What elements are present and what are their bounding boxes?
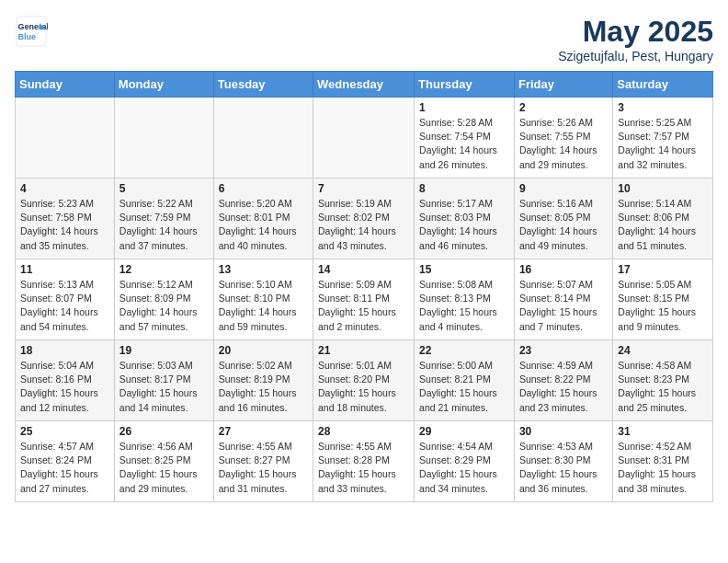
calendar-cell: 2Sunrise: 5:26 AM Sunset: 7:55 PM Daylig… bbox=[514, 98, 612, 178]
calendar-week-row: 1Sunrise: 5:28 AM Sunset: 7:54 PM Daylig… bbox=[16, 98, 713, 178]
day-info: Sunrise: 5:05 AM Sunset: 8:15 PM Dayligh… bbox=[618, 278, 708, 334]
day-info: Sunrise: 5:28 AM Sunset: 7:54 PM Dayligh… bbox=[419, 116, 509, 172]
day-info: Sunrise: 4:57 AM Sunset: 8:24 PM Dayligh… bbox=[20, 440, 109, 496]
day-info: Sunrise: 5:01 AM Sunset: 8:20 PM Dayligh… bbox=[318, 359, 409, 415]
calendar-cell: 22Sunrise: 5:00 AM Sunset: 8:21 PM Dayli… bbox=[415, 340, 515, 421]
col-header-monday: Monday bbox=[114, 72, 213, 98]
calendar-cell: 13Sunrise: 5:10 AM Sunset: 8:10 PM Dayli… bbox=[213, 259, 313, 340]
day-info: Sunrise: 5:02 AM Sunset: 8:19 PM Dayligh… bbox=[219, 359, 308, 415]
calendar-cell: 15Sunrise: 5:08 AM Sunset: 8:13 PM Dayli… bbox=[415, 259, 515, 340]
svg-text:Blue: Blue bbox=[18, 32, 37, 41]
calendar-week-row: 18Sunrise: 5:04 AM Sunset: 8:16 PM Dayli… bbox=[16, 340, 713, 421]
calendar-table: SundayMondayTuesdayWednesdayThursdayFrid… bbox=[15, 71, 713, 502]
day-info: Sunrise: 4:56 AM Sunset: 8:25 PM Dayligh… bbox=[119, 440, 209, 496]
day-number: 12 bbox=[119, 263, 209, 276]
calendar-cell: 26Sunrise: 4:56 AM Sunset: 8:25 PM Dayli… bbox=[114, 421, 213, 502]
day-number: 31 bbox=[618, 425, 708, 438]
day-number: 15 bbox=[419, 263, 509, 276]
calendar-cell: 5Sunrise: 5:22 AM Sunset: 7:59 PM Daylig… bbox=[114, 178, 213, 259]
day-info: Sunrise: 5:10 AM Sunset: 8:10 PM Dayligh… bbox=[219, 278, 308, 334]
calendar-cell: 20Sunrise: 5:02 AM Sunset: 8:19 PM Dayli… bbox=[213, 340, 313, 421]
day-info: Sunrise: 4:55 AM Sunset: 8:27 PM Dayligh… bbox=[219, 440, 308, 496]
col-header-saturday: Saturday bbox=[613, 72, 713, 98]
calendar-week-row: 11Sunrise: 5:13 AM Sunset: 8:07 PM Dayli… bbox=[16, 259, 713, 340]
calendar-cell: 21Sunrise: 5:01 AM Sunset: 8:20 PM Dayli… bbox=[313, 340, 415, 421]
day-info: Sunrise: 5:16 AM Sunset: 8:05 PM Dayligh… bbox=[519, 197, 608, 253]
day-number: 23 bbox=[519, 344, 608, 357]
day-number: 28 bbox=[318, 425, 409, 438]
day-number: 26 bbox=[119, 425, 209, 438]
calendar-cell bbox=[313, 98, 415, 178]
day-info: Sunrise: 4:55 AM Sunset: 8:28 PM Dayligh… bbox=[318, 440, 409, 496]
day-number: 19 bbox=[119, 344, 209, 357]
day-number: 5 bbox=[119, 182, 209, 195]
day-number: 7 bbox=[318, 182, 409, 195]
day-info: Sunrise: 5:08 AM Sunset: 8:13 PM Dayligh… bbox=[419, 278, 509, 334]
day-number: 18 bbox=[20, 344, 109, 357]
calendar-cell: 16Sunrise: 5:07 AM Sunset: 8:14 PM Dayli… bbox=[514, 259, 612, 340]
calendar-cell: 18Sunrise: 5:04 AM Sunset: 8:16 PM Dayli… bbox=[16, 340, 115, 421]
calendar-cell: 7Sunrise: 5:19 AM Sunset: 8:02 PM Daylig… bbox=[313, 178, 415, 259]
calendar-cell: 25Sunrise: 4:57 AM Sunset: 8:24 PM Dayli… bbox=[16, 421, 115, 502]
calendar-cell bbox=[114, 98, 213, 178]
month-title: May 2025 bbox=[558, 15, 713, 49]
day-info: Sunrise: 5:03 AM Sunset: 8:17 PM Dayligh… bbox=[119, 359, 209, 415]
day-info: Sunrise: 4:59 AM Sunset: 8:22 PM Dayligh… bbox=[519, 359, 608, 415]
calendar-cell: 17Sunrise: 5:05 AM Sunset: 8:15 PM Dayli… bbox=[613, 259, 713, 340]
calendar-cell bbox=[213, 98, 313, 178]
calendar-cell: 8Sunrise: 5:17 AM Sunset: 8:03 PM Daylig… bbox=[415, 178, 515, 259]
calendar-cell: 14Sunrise: 5:09 AM Sunset: 8:11 PM Dayli… bbox=[313, 259, 415, 340]
day-info: Sunrise: 5:20 AM Sunset: 8:01 PM Dayligh… bbox=[219, 197, 308, 253]
calendar-cell: 24Sunrise: 4:58 AM Sunset: 8:23 PM Dayli… bbox=[613, 340, 713, 421]
calendar-cell: 19Sunrise: 5:03 AM Sunset: 8:17 PM Dayli… bbox=[114, 340, 213, 421]
calendar-cell: 6Sunrise: 5:20 AM Sunset: 8:01 PM Daylig… bbox=[213, 178, 313, 259]
day-info: Sunrise: 5:04 AM Sunset: 8:16 PM Dayligh… bbox=[20, 359, 109, 415]
day-info: Sunrise: 5:22 AM Sunset: 7:59 PM Dayligh… bbox=[119, 197, 209, 253]
calendar-cell bbox=[16, 98, 115, 178]
calendar-header-row: SundayMondayTuesdayWednesdayThursdayFrid… bbox=[16, 72, 713, 98]
day-number: 22 bbox=[419, 344, 509, 357]
day-info: Sunrise: 5:14 AM Sunset: 8:06 PM Dayligh… bbox=[618, 197, 708, 253]
day-info: Sunrise: 5:25 AM Sunset: 7:57 PM Dayligh… bbox=[618, 116, 708, 172]
day-info: Sunrise: 5:19 AM Sunset: 8:02 PM Dayligh… bbox=[318, 197, 409, 253]
day-number: 20 bbox=[219, 344, 308, 357]
calendar-cell: 1Sunrise: 5:28 AM Sunset: 7:54 PM Daylig… bbox=[415, 98, 515, 178]
calendar-cell: 28Sunrise: 4:55 AM Sunset: 8:28 PM Dayli… bbox=[313, 421, 415, 502]
logo: General Blue bbox=[15, 15, 48, 48]
day-number: 4 bbox=[20, 182, 109, 195]
calendar-cell: 4Sunrise: 5:23 AM Sunset: 7:58 PM Daylig… bbox=[16, 178, 115, 259]
day-number: 13 bbox=[219, 263, 308, 276]
day-info: Sunrise: 5:09 AM Sunset: 8:11 PM Dayligh… bbox=[318, 278, 409, 334]
day-number: 10 bbox=[618, 182, 708, 195]
day-info: Sunrise: 4:52 AM Sunset: 8:31 PM Dayligh… bbox=[618, 440, 708, 496]
day-number: 29 bbox=[419, 425, 509, 438]
col-header-thursday: Thursday bbox=[415, 72, 515, 98]
col-header-tuesday: Tuesday bbox=[213, 72, 313, 98]
day-number: 30 bbox=[519, 425, 608, 438]
day-info: Sunrise: 5:13 AM Sunset: 8:07 PM Dayligh… bbox=[20, 278, 109, 334]
day-number: 24 bbox=[618, 344, 708, 357]
day-info: Sunrise: 5:26 AM Sunset: 7:55 PM Dayligh… bbox=[519, 116, 608, 172]
title-block: May 2025 Szigetujfalu, Pest, Hungary bbox=[558, 15, 713, 63]
day-number: 6 bbox=[219, 182, 308, 195]
day-number: 14 bbox=[318, 263, 409, 276]
page-header: General Blue May 2025 Szigetujfalu, Pest… bbox=[15, 15, 713, 63]
calendar-cell: 27Sunrise: 4:55 AM Sunset: 8:27 PM Dayli… bbox=[213, 421, 313, 502]
calendar-cell: 23Sunrise: 4:59 AM Sunset: 8:22 PM Dayli… bbox=[514, 340, 612, 421]
location: Szigetujfalu, Pest, Hungary bbox=[558, 49, 713, 63]
col-header-friday: Friday bbox=[514, 72, 612, 98]
calendar-cell: 3Sunrise: 5:25 AM Sunset: 7:57 PM Daylig… bbox=[613, 98, 713, 178]
calendar-cell: 10Sunrise: 5:14 AM Sunset: 8:06 PM Dayli… bbox=[613, 178, 713, 259]
day-info: Sunrise: 5:17 AM Sunset: 8:03 PM Dayligh… bbox=[419, 197, 509, 253]
calendar-cell: 9Sunrise: 5:16 AM Sunset: 8:05 PM Daylig… bbox=[514, 178, 612, 259]
day-number: 1 bbox=[419, 101, 509, 114]
day-number: 3 bbox=[618, 101, 708, 114]
day-info: Sunrise: 5:12 AM Sunset: 8:09 PM Dayligh… bbox=[119, 278, 209, 334]
day-info: Sunrise: 5:00 AM Sunset: 8:21 PM Dayligh… bbox=[419, 359, 509, 415]
day-number: 17 bbox=[618, 263, 708, 276]
day-number: 16 bbox=[519, 263, 608, 276]
day-info: Sunrise: 4:53 AM Sunset: 8:30 PM Dayligh… bbox=[519, 440, 608, 496]
col-header-sunday: Sunday bbox=[16, 72, 115, 98]
col-header-wednesday: Wednesday bbox=[313, 72, 415, 98]
day-number: 25 bbox=[20, 425, 109, 438]
